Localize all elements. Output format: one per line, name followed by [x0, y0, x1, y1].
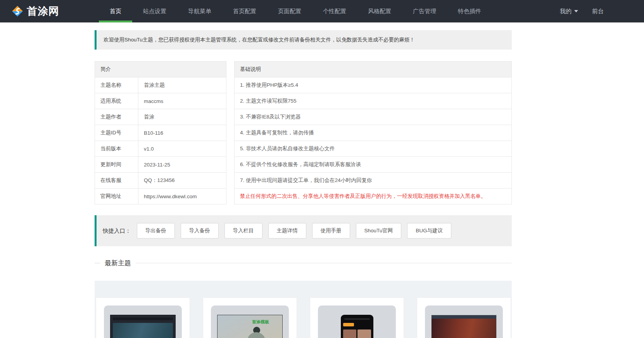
table-row: 1. 推荐使用PHP版本≥5.4 — [235, 77, 512, 93]
table-row: 3. 不兼容IE8及以下浏览器 — [235, 109, 512, 125]
intro-value: QQ：123456 — [138, 173, 226, 189]
intro-label: 在线客服 — [95, 173, 138, 189]
intro-table: 简介 主题名称 首涂主题 适用系统 maccms 主题作者 首涂 主题ID号 B… — [95, 61, 226, 204]
license-warning-text: 禁止任何形式的二次出售、分享他人等侵害作者及正版用户的行为，一经发现取消授权资格… — [235, 189, 512, 204]
user-menu-label: 我的 — [560, 8, 571, 15]
intro-label: 更新时间 — [95, 157, 138, 173]
table-row: 禁止任何形式的二次出售、分享他人等侵害作者及正版用户的行为，一经发现取消授权资格… — [235, 189, 512, 204]
bug-suggestion-button[interactable]: BUG与建议 — [407, 223, 451, 238]
theme-thumbnail-2: 首涂模板 ▶ ▶ — [211, 305, 289, 338]
nav-item-plugins[interactable]: 特色插件 — [447, 0, 492, 22]
heading-left-rule — [95, 263, 100, 263]
intro-label: 主题名称 — [95, 77, 138, 93]
intro-label: 当前版本 — [95, 141, 138, 157]
top-navbar: 首涂网 首页 站点设置 导航菜单 首页配置 页面配置 个性配置 风格配置 广告管… — [0, 0, 644, 22]
shoutu-official-site-button[interactable]: ShouTu官网 — [356, 223, 402, 238]
section-title: 最新主题 — [105, 259, 131, 268]
table-row: 在线客服 QQ：123456 — [95, 173, 226, 189]
table-row: 7. 使用中出现问题请提交工单，我们会在24小时内回复你 — [235, 173, 512, 189]
note-item: 1. 推荐使用PHP版本≥5.4 — [235, 77, 512, 93]
export-backup-button[interactable]: 导出备份 — [137, 223, 175, 238]
note-item: 3. 不兼容IE8及以下浏览器 — [235, 109, 512, 125]
main-content: 欢迎使用ShouTu主题，您已获得授权使用本主题管理系统，在您配置或修改文件前请… — [95, 30, 512, 338]
quick-entry-bar: 快捷入口： 导出备份 导入备份 导入栏目 主题详情 使用手册 ShouTu官网 … — [95, 215, 512, 246]
intro-label: 官网地址 — [95, 189, 138, 204]
logo-icon — [12, 5, 23, 17]
theme-thumbnail-3 — [318, 305, 396, 338]
preview-logo — [343, 323, 354, 326]
import-columns-button[interactable]: 导入栏目 — [224, 223, 262, 238]
theme-card-2[interactable]: 首涂模板 ▶ ▶ — [203, 297, 297, 338]
intro-label: 适用系统 — [95, 93, 138, 109]
poster-tile — [357, 329, 371, 338]
preview-navbar — [113, 317, 173, 320]
table-row: 2. 主题文件读写权限755 — [235, 93, 512, 109]
intro-label: 主题作者 — [95, 109, 138, 125]
intro-value: v1.0 — [138, 141, 226, 157]
nav-item-personal-config[interactable]: 个性配置 — [312, 0, 357, 22]
welcome-alert: 欢迎使用ShouTu主题，您已获得授权使用本主题管理系统，在您配置或修改文件前请… — [95, 30, 512, 50]
theme-details-button[interactable]: 主题详情 — [268, 223, 306, 238]
quick-entry-label: 快捷入口： — [103, 227, 131, 235]
table-row: 5. 非技术人员请勿私自修改主题核心文件 — [235, 141, 512, 157]
intro-label: 主题ID号 — [95, 125, 138, 141]
nav-item-page-config[interactable]: 页面配置 — [267, 0, 312, 22]
preview-navbar — [432, 315, 496, 319]
nav-item-site-settings[interactable]: 站点设置 — [132, 0, 177, 22]
nav-item-ad-manage[interactable]: 广告管理 — [402, 0, 447, 22]
theme-preview-image — [431, 315, 497, 338]
phone-status-bar — [344, 318, 370, 320]
preview-hero-banner — [432, 319, 496, 338]
intro-value: B10-116 — [138, 125, 226, 141]
table-row: 主题作者 首涂 — [95, 109, 226, 125]
frontend-link[interactable]: 前台 — [592, 8, 604, 15]
table-row: 主题ID号 B10-116 — [95, 125, 226, 141]
table-row: 官网地址 https://www.dkewl.com — [95, 189, 226, 204]
theme-card-1[interactable] — [96, 297, 190, 338]
notes-table: 基础说明 1. 推荐使用PHP版本≥5.4 2. 主题文件读写权限755 3. … — [234, 61, 512, 204]
table-row: 4. 主题具备可复制性，请勿传播 — [235, 125, 512, 141]
info-tables: 简介 主题名称 首涂主题 适用系统 maccms 主题作者 首涂 主题ID号 B… — [95, 61, 512, 204]
note-item: 7. 使用中出现问题请提交工单，我们会在24小时内回复你 — [235, 173, 512, 189]
theme-preview-image — [341, 315, 373, 338]
theme-card-4[interactable] — [417, 297, 511, 338]
note-item: 6. 不提供个性化修改服务，高端定制请联系客服洽谈 — [235, 157, 512, 173]
navbar-right: 我的 前台 — [560, 8, 604, 15]
preview-poster-grid — [343, 329, 371, 338]
table-row: 适用系统 maccms — [95, 93, 226, 109]
user-menu[interactable]: 我的 — [560, 8, 578, 15]
main-nav: 首页 站点设置 导航菜单 首页配置 页面配置 个性配置 风格配置 广告管理 特色… — [99, 0, 492, 22]
logo[interactable]: 首涂网 — [12, 4, 59, 18]
heading-right-rule — [136, 263, 512, 263]
nav-item-nav-menu[interactable]: 导航菜单 — [177, 0, 222, 22]
theme-thumbnail-1 — [104, 305, 182, 338]
intro-value: 首涂主题 — [138, 77, 226, 93]
latest-themes-panel: 首涂模板 ▶ ▶ — [95, 281, 512, 338]
chevron-down-icon — [574, 10, 578, 12]
nav-item-home[interactable]: 首页 — [99, 0, 132, 22]
theme-preview-image: 首涂模板 ▶ ▶ — [217, 315, 283, 338]
poster-tile — [343, 329, 357, 338]
table-row: 6. 不提供个性化修改服务，高端定制请联系客服洽谈 — [235, 157, 512, 173]
logo-text: 首涂网 — [27, 4, 59, 18]
official-site-url[interactable]: https://www.dkewl.com — [138, 189, 226, 204]
table-row: 更新时间 2023-11-25 — [95, 157, 226, 173]
import-backup-button[interactable]: 导入备份 — [181, 223, 219, 238]
intro-value: maccms — [138, 93, 226, 109]
watermark-text: 首涂模板 — [252, 319, 269, 325]
note-item: 5. 非技术人员请勿私自修改主题核心文件 — [235, 141, 512, 157]
theme-thumbnail-4 — [425, 305, 503, 338]
note-item: 2. 主题文件读写权限755 — [235, 93, 512, 109]
theme-cards: 首涂模板 ▶ ▶ — [96, 297, 511, 338]
user-manual-button[interactable]: 使用手册 — [312, 223, 350, 238]
theme-card-3[interactable] — [310, 297, 404, 338]
nav-item-home-config[interactable]: 首页配置 — [222, 0, 267, 22]
figure-art — [247, 332, 266, 338]
table-row: 主题名称 首涂主题 — [95, 77, 226, 93]
intro-value: 2023-11-25 — [138, 157, 226, 173]
table-row: 当前版本 v1.0 — [95, 141, 226, 157]
preview-hero-banner — [113, 323, 173, 338]
welcome-alert-text: 欢迎使用ShouTu主题，您已获得授权使用本主题管理系统，在您配置或修改文件前请… — [104, 37, 415, 43]
nav-item-style-config[interactable]: 风格配置 — [357, 0, 402, 22]
notes-table-title: 基础说明 — [235, 62, 512, 77]
